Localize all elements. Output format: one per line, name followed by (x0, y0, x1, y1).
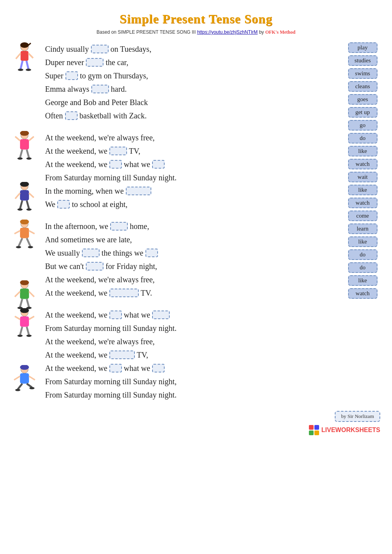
svg-line-49 (15, 316, 20, 320)
svg-line-14 (29, 136, 34, 140)
bottom-bar: by Sir Norlizam LIVEWORKSHEETS (8, 411, 384, 435)
blank-3-1[interactable] (110, 222, 128, 231)
main-content: Cindy usually on Tuesdays, Duper never t… (8, 42, 384, 403)
subtitle-link[interactable]: https://youtu.be/zhjSzhNTIrM (197, 29, 258, 35)
word-chip-do-3[interactable]: do (348, 262, 377, 273)
word-chip-wait[interactable]: wait (348, 172, 377, 182)
lyric-line-2: Duper never the car, (45, 56, 337, 69)
word-chip-like-3[interactable]: like (348, 236, 377, 247)
svg-line-50 (29, 316, 34, 320)
word-chip-like-2[interactable]: like (348, 185, 377, 195)
svg-line-42 (20, 299, 22, 307)
blank-4-5[interactable] (152, 364, 165, 372)
svg-point-26 (17, 208, 22, 211)
blank-2-3[interactable] (152, 160, 165, 169)
word-chip-studies[interactable]: studies (348, 55, 377, 66)
svg-rect-39 (20, 289, 29, 299)
svg-line-43 (27, 299, 29, 307)
lyric-line-1: Cindy usually on Tuesdays, (45, 42, 337, 56)
svg-point-54 (26, 334, 31, 337)
word-chip-learn[interactable]: learn (348, 223, 377, 234)
word-bank: play studies swims cleans goes get up go… (341, 42, 384, 403)
word-chip-watch-3[interactable]: watch (348, 288, 377, 299)
svg-line-52 (27, 327, 29, 335)
svg-rect-57 (20, 373, 29, 384)
page-title: Simple Present Tense Song (8, 12, 384, 26)
svg-line-24 (20, 201, 22, 209)
logo-sq-blue (314, 425, 319, 430)
blank-1-1[interactable] (91, 45, 109, 53)
word-chip-get-up[interactable]: get up (348, 107, 377, 118)
figure-4 (12, 220, 37, 258)
svg-line-16 (27, 150, 29, 158)
lyric-line-14: And sometimes we are late, (45, 233, 337, 246)
word-chip-go[interactable]: go (348, 120, 377, 131)
lyric-line-15: We usually the things we (45, 246, 337, 260)
blank-2-4[interactable] (126, 187, 151, 195)
word-chip-goes[interactable]: goes (348, 94, 377, 105)
svg-line-58 (14, 376, 20, 380)
blank-4-2[interactable] (152, 311, 170, 319)
blank-1-3[interactable] (65, 71, 78, 80)
svg-point-18 (26, 157, 31, 160)
lyric-line-11: In the morning, when we (45, 184, 337, 198)
logo-text: LIVEWORKSHEETS (321, 427, 380, 434)
svg-line-59 (29, 376, 35, 380)
lyric-line-13: In the afternoon, we home, (45, 220, 337, 233)
blank-3-4[interactable] (86, 262, 103, 271)
word-chip-watch-2[interactable]: watch (348, 198, 377, 208)
blank-4-1[interactable] (109, 311, 122, 319)
svg-line-7 (27, 61, 29, 69)
lyric-line-16: But we can't for Friday night, (45, 260, 337, 273)
blank-2-1[interactable] (109, 147, 127, 155)
lyric-line-20: From Saturday morning till Sunday night. (45, 322, 337, 335)
blank-1-4[interactable] (91, 85, 109, 93)
subtitle-brand: OFK's Method (265, 29, 296, 35)
subtitle: Based on SIMPLE PRESENT TENSE SONG III h… (8, 29, 384, 35)
blank-4-3[interactable] (109, 351, 135, 359)
svg-point-36 (28, 246, 33, 248)
word-chip-like-4[interactable]: like (348, 275, 377, 286)
blank-2-5[interactable] (57, 200, 70, 209)
lyric-line-4: Emma always hard. (45, 82, 337, 96)
svg-line-60 (18, 384, 22, 389)
lyric-line-24: From Saturday morning till Sunday night, (45, 375, 337, 388)
figure-3 (12, 182, 37, 221)
word-chip-cleans[interactable]: cleans (348, 81, 377, 92)
word-chip-do-1[interactable]: do (348, 133, 377, 143)
word-chip-play[interactable]: play (348, 42, 377, 53)
word-chip-swims[interactable]: swims (348, 68, 377, 79)
liveworksheets-logo: LIVEWORKSHEETS (309, 425, 380, 435)
svg-line-4 (16, 53, 21, 59)
svg-rect-48 (20, 316, 29, 327)
lyric-line-8: At the weekend, we TV, (45, 144, 337, 158)
lyric-line-25: From Saturday morning till Sunday night. (45, 388, 337, 401)
svg-line-25 (27, 201, 29, 209)
svg-rect-21 (20, 190, 29, 201)
svg-line-15 (20, 150, 22, 158)
blank-3-2[interactable] (82, 249, 100, 257)
svg-line-6 (21, 61, 23, 69)
blank-1-2[interactable] (86, 58, 103, 67)
svg-rect-3 (21, 51, 29, 61)
svg-line-23 (29, 193, 34, 198)
lyric-line-21: At the weekend, we're always free, (45, 335, 337, 348)
word-chip-watch-1[interactable]: watch (348, 159, 377, 169)
figure-6 (12, 308, 37, 347)
svg-rect-12 (20, 139, 29, 150)
word-chip-do-2[interactable]: do (348, 249, 377, 260)
svg-line-34 (27, 238, 31, 247)
blank-2-2[interactable] (109, 160, 122, 169)
svg-point-8 (18, 69, 24, 71)
lyric-line-7: At the weekend, we're always free, (45, 131, 337, 144)
figure-7 (12, 365, 37, 404)
svg-point-63 (29, 387, 34, 389)
word-chip-come[interactable]: come (348, 211, 377, 221)
blank-3-5[interactable] (109, 289, 139, 297)
svg-line-5 (29, 53, 33, 58)
blank-4-4[interactable] (109, 364, 122, 372)
blank-3-3[interactable] (145, 249, 158, 257)
blank-1-5[interactable] (65, 111, 78, 120)
page: Simple Present Tense Song Based on SIMPL… (0, 0, 392, 554)
word-chip-like-1[interactable]: like (348, 146, 377, 156)
